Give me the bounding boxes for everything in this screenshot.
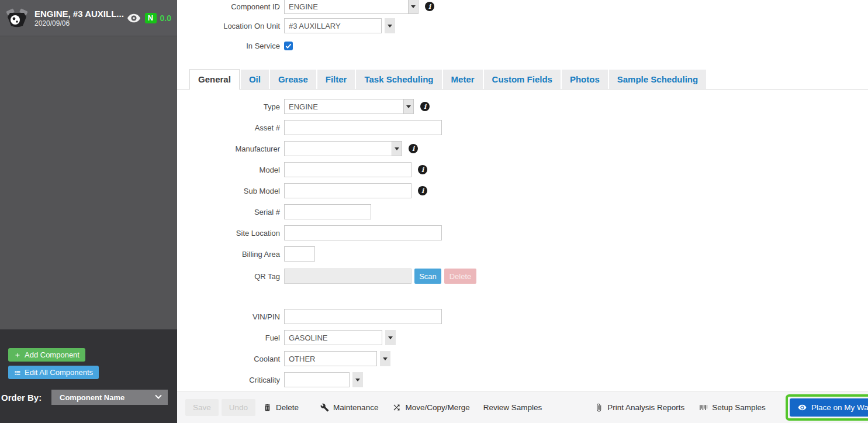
- component-id-row: Component ID i: [177, 0, 434, 14]
- manufacturer-input[interactable]: [284, 141, 392, 156]
- qr-tag-label: QR Tag: [177, 272, 284, 281]
- type-dropdown-button[interactable]: [403, 99, 414, 114]
- sidebar-footer: Add Component Edit All Components Order …: [0, 329, 177, 423]
- place-on-watchlist-button[interactable]: Place on My Watchlist: [790, 398, 868, 417]
- coolant-dropdown-button[interactable]: [380, 351, 390, 366]
- component-id-info-icon[interactable]: i: [425, 2, 434, 11]
- tab-general[interactable]: General: [189, 69, 240, 90]
- fuel-row: Fuel: [177, 330, 396, 345]
- component-detail-panel: Component ID i Location On Unit In Servi…: [177, 0, 868, 423]
- tab-custom-fields[interactable]: Custom Fields: [484, 70, 561, 89]
- type-label: Type: [177, 102, 284, 111]
- component-id-dropdown-button[interactable]: [408, 0, 419, 14]
- tab-meter[interactable]: Meter: [443, 70, 483, 89]
- sub-model-info-icon[interactable]: i: [418, 186, 427, 195]
- tab-oil[interactable]: Oil: [241, 70, 269, 89]
- tab-grease[interactable]: Grease: [270, 70, 316, 89]
- wrench-icon: [320, 403, 329, 412]
- order-by-value: Component Name: [60, 393, 125, 402]
- serial-input[interactable]: [284, 204, 371, 219]
- caret-down-icon: [406, 105, 411, 111]
- criticality-input[interactable]: [284, 372, 350, 387]
- caret-down-icon: [383, 357, 388, 363]
- location-on-unit-dropdown-button[interactable]: [385, 18, 395, 33]
- delete-button[interactable]: Delete: [263, 403, 299, 412]
- qr-delete-button[interactable]: Delete: [444, 269, 476, 284]
- in-service-checkbox[interactable]: [284, 42, 293, 50]
- criticality-row: Criticality: [177, 372, 363, 387]
- check-icon: [285, 43, 292, 49]
- tab-filter[interactable]: Filter: [317, 70, 355, 89]
- type-row: Type i: [177, 99, 430, 114]
- vin-pin-input[interactable]: [284, 309, 442, 324]
- engine-icon: [5, 8, 29, 29]
- sub-model-row: Sub Model i: [177, 183, 427, 198]
- chevron-down-icon: [155, 393, 161, 399]
- asset-label: Asset #: [177, 123, 284, 132]
- coolant-row: Coolant: [177, 351, 390, 366]
- tab-task-scheduling[interactable]: Task Scheduling: [356, 70, 441, 89]
- fuel-input[interactable]: [284, 330, 382, 345]
- component-date: 2020/09/06: [34, 19, 126, 27]
- order-by-label: Order By:: [1, 393, 51, 403]
- print-analysis-reports-label: Print Analysis Reports: [607, 403, 684, 412]
- asset-row: Asset #: [177, 120, 442, 135]
- criticality-dropdown-button[interactable]: [352, 372, 363, 387]
- tab-sample-scheduling[interactable]: Sample Scheduling: [609, 70, 706, 89]
- manufacturer-info-icon[interactable]: i: [409, 144, 418, 153]
- serial-label: Serial #: [177, 208, 284, 216]
- serial-row: Serial #: [177, 204, 371, 219]
- qr-tag-input: [284, 269, 411, 284]
- move-copy-merge-button[interactable]: Move/Copy/Merge: [392, 403, 469, 412]
- fuel-dropdown-button[interactable]: [385, 330, 396, 345]
- severity-score: 0.0: [160, 13, 171, 23]
- billing-area-input[interactable]: [284, 246, 315, 262]
- caret-down-icon: [388, 25, 392, 30]
- model-info-icon[interactable]: i: [418, 165, 427, 174]
- print-analysis-reports-button[interactable]: Print Analysis Reports: [594, 403, 684, 412]
- criticality-label: Criticality: [177, 376, 284, 384]
- asset-input[interactable]: [284, 120, 442, 135]
- order-by-select[interactable]: Component Name: [51, 390, 168, 405]
- tab-photos[interactable]: Photos: [562, 70, 608, 89]
- setup-samples-label: Setup Samples: [712, 403, 766, 412]
- component-id-input[interactable]: [284, 0, 409, 14]
- site-location-input[interactable]: [284, 225, 442, 240]
- coolant-input[interactable]: [284, 351, 377, 366]
- undo-button[interactable]: Undo: [222, 399, 255, 416]
- paperclip-icon: [594, 403, 603, 412]
- vin-pin-row: VIN/PIN: [177, 309, 442, 324]
- sub-model-input[interactable]: [284, 183, 411, 198]
- eye-icon: [798, 403, 807, 412]
- component-info: ENGINE, #3 AUXILL... 2020/09/06: [34, 9, 126, 27]
- model-row: Model i: [177, 162, 427, 177]
- edit-all-components-button[interactable]: Edit All Components: [8, 366, 99, 379]
- component-list-item-selected[interactable]: ENGINE, #3 AUXILL... 2020/09/06 N 0.0: [0, 0, 177, 36]
- location-on-unit-input[interactable]: [284, 18, 382, 33]
- place-on-watchlist-label: Place on My Watchlist: [811, 403, 868, 412]
- billing-area-label: Billing Area: [177, 250, 284, 259]
- save-button[interactable]: Save: [185, 399, 219, 416]
- review-samples-label: Review Samples: [483, 403, 542, 412]
- add-component-button[interactable]: Add Component: [8, 348, 85, 362]
- caret-down-icon: [395, 147, 399, 153]
- manufacturer-dropdown-button[interactable]: [392, 141, 402, 156]
- caret-down-icon: [411, 5, 416, 11]
- vin-pin-label: VIN/PIN: [177, 312, 284, 321]
- barcode-icon: [699, 403, 708, 412]
- in-service-row: In Service: [177, 41, 293, 50]
- review-samples-button[interactable]: Review Samples: [483, 403, 542, 412]
- qr-scan-button[interactable]: Scan: [414, 269, 441, 284]
- highlight-box: Place on My Watchlist: [786, 394, 868, 421]
- list-icon: [14, 369, 21, 376]
- model-input[interactable]: [284, 162, 411, 177]
- edit-all-components-label: Edit All Components: [25, 368, 93, 377]
- maintenance-label: Maintenance: [333, 403, 378, 412]
- type-info-icon[interactable]: i: [420, 102, 430, 111]
- setup-samples-button[interactable]: Setup Samples: [699, 403, 766, 412]
- visibility-icon[interactable]: [127, 13, 140, 23]
- qr-tag-row: QR Tag Scan Delete: [177, 269, 476, 284]
- maintenance-button[interactable]: Maintenance: [320, 403, 378, 412]
- caret-down-icon: [355, 379, 360, 384]
- type-input[interactable]: [284, 99, 404, 114]
